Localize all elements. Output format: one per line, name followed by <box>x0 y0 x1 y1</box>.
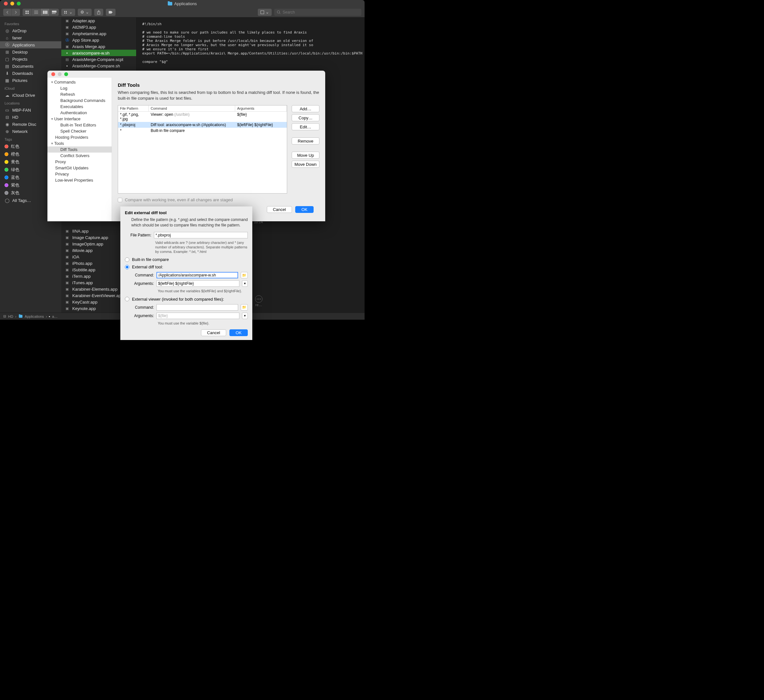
cancel-button[interactable]: Cancel <box>201 329 226 336</box>
sidebar-item-airdrop[interactable]: ◎AirDrop <box>0 27 61 34</box>
sidebar-item-applications[interactable]: ⒶApplications <box>0 41 61 49</box>
cancel-button[interactable]: Cancel <box>267 206 292 213</box>
maximize-button[interactable] <box>17 2 20 5</box>
search-box[interactable] <box>274 9 362 16</box>
viewer-args-input[interactable] <box>157 313 240 319</box>
browse-button[interactable]: 📁 <box>241 272 248 279</box>
path-file[interactable]: a… <box>52 315 58 318</box>
share-button[interactable] <box>94 9 103 16</box>
file-row[interactable]: ▪AraxisMerge-Compare.sh <box>61 63 136 69</box>
radio-button[interactable] <box>125 297 129 301</box>
file-row[interactable]: ▤AraxisMerge-Compare.scpt <box>61 56 136 63</box>
sidebar-item[interactable]: Built-in Text Editors <box>47 122 112 128</box>
radio-builtin[interactable]: Built-in file compare <box>125 257 248 262</box>
sidebar-item[interactable]: Background Commands <box>47 97 112 103</box>
table-row[interactable]: *Built-in file compare <box>118 128 287 133</box>
move-down-button[interactable]: Move Down <box>292 161 319 168</box>
sidebar-item[interactable]: Privacy <box>47 171 112 177</box>
sidebar-item[interactable]: Authentication <box>47 110 112 116</box>
file-row[interactable]: ⒶApp Store.app <box>61 37 136 43</box>
cell-args: ${file} <box>235 112 287 122</box>
favorites-header: Favorites <box>0 20 61 27</box>
edit-button[interactable]: Edit… <box>292 123 319 130</box>
arguments-input[interactable] <box>157 280 240 287</box>
viewer-hint: You must use the variable ${file}. <box>131 321 248 326</box>
sidebar-group[interactable]: Commands <box>47 79 112 85</box>
file-row[interactable]: ▣Amphetamine.app <box>61 30 136 37</box>
sidebar-item[interactable]: Executables <box>47 103 112 110</box>
radio-button[interactable] <box>125 257 129 262</box>
col-file-pattern[interactable]: File Pattern <box>118 105 149 111</box>
file-pattern-input[interactable] <box>154 232 248 238</box>
sidebar-item[interactable]: Refresh <box>47 91 112 97</box>
viewer-command-input[interactable] <box>157 304 238 311</box>
ok-button[interactable]: OK <box>295 206 314 213</box>
maximize-button[interactable] <box>64 72 68 76</box>
file-row[interactable]: ▣Araxis Merge.app <box>61 43 136 50</box>
sidebar-item[interactable]: Hosting Providers <box>47 134 112 140</box>
action-button[interactable]: ⚙⌄ <box>78 9 92 16</box>
back-button[interactable] <box>3 9 12 16</box>
tags-button[interactable] <box>106 9 116 16</box>
path-folder[interactable]: Applications <box>25 315 44 318</box>
compare-checkbox-row[interactable]: Compare with working tree, even if all c… <box>118 197 319 202</box>
tag-dot-icon <box>5 183 8 187</box>
dropdown-button[interactable]: ▼ <box>242 280 248 287</box>
remove-button[interactable]: Remove <box>292 138 319 144</box>
copy-button[interactable]: Copy… <box>292 114 319 121</box>
move-up-button[interactable]: Move Up <box>292 152 319 159</box>
minimize-button[interactable] <box>10 2 14 5</box>
column-view-button[interactable] <box>41 9 50 16</box>
col-arguments[interactable]: Arguments <box>235 105 287 111</box>
tag-dot-icon <box>5 144 8 149</box>
sidebar-item-desktop[interactable]: ⊞Desktop <box>0 49 61 55</box>
radio-button[interactable] <box>125 265 129 269</box>
dropdown-button[interactable]: ▼ <box>242 313 248 319</box>
add-button[interactable]: Add… <box>292 105 319 112</box>
sidebar-item[interactable]: Proxy <box>47 159 112 165</box>
arrange-button[interactable]: ⌄ <box>61 9 75 16</box>
browse-button[interactable]: 📁 <box>241 304 248 311</box>
dropbox-button[interactable]: ⌄ <box>258 9 272 16</box>
ok-button[interactable]: OK <box>229 329 248 336</box>
search-input[interactable] <box>283 10 359 14</box>
command-input[interactable] <box>157 272 238 279</box>
radio-external-diff[interactable]: External diff tool: <box>125 265 248 269</box>
svg-point-24 <box>258 299 259 300</box>
sidebar-item[interactable]: Diff Tools <box>47 146 112 153</box>
more-button[interactable]: re… <box>255 295 263 307</box>
path-disk[interactable]: HD <box>8 315 13 318</box>
file-row[interactable]: ▣Adapter.app <box>61 17 136 24</box>
sidebar-item-projects[interactable]: ▢Projects <box>0 55 61 63</box>
sidebar-item[interactable]: Spell Checker <box>47 128 112 134</box>
table-row[interactable]: *.pbxprojDiff tool: araxiscompare-w.sh (… <box>118 122 287 128</box>
forward-button[interactable] <box>12 9 20 16</box>
radio-label: Built-in file compare <box>132 257 169 262</box>
sidebar-label: MBP-FAN <box>12 108 31 113</box>
sidebar-item[interactable]: Log <box>47 85 112 91</box>
icon-view-button[interactable] <box>23 9 31 16</box>
table-row[interactable]: *.gif, *.png, *.jpgViewer: open (/usr/bi… <box>118 111 287 122</box>
sidebar-item[interactable]: Conflict Solvers <box>47 153 112 159</box>
sidebar-group-tools[interactable]: Tools <box>47 140 112 146</box>
apps-icon: Ⓐ <box>5 42 10 47</box>
sidebar-item-documents[interactable]: ▤Documents <box>0 63 61 70</box>
sidebar-group[interactable]: User Interface <box>47 116 112 122</box>
file-row[interactable]: ▣All2MP3.app <box>61 24 136 30</box>
sidebar-item[interactable]: Low-level Properties <box>47 177 112 183</box>
file-row[interactable]: ▪araxiscompare-w.sh <box>61 50 136 56</box>
list-view-button[interactable] <box>31 9 41 16</box>
folder-icon: 📁 <box>242 305 246 309</box>
col-command[interactable]: Command <box>149 105 235 111</box>
viewer-args-label: Arguments: <box>131 313 154 318</box>
gallery-view-button[interactable] <box>50 9 59 16</box>
file-name: iMovie.app <box>72 248 92 253</box>
sh-icon: ▪ <box>64 50 70 55</box>
window-controls <box>0 2 20 5</box>
close-button[interactable] <box>4 2 8 5</box>
sidebar-item-faner[interactable]: ⌂faner <box>0 34 61 41</box>
sidebar-item[interactable]: SmartGit Updates <box>47 165 112 171</box>
checkbox[interactable] <box>118 198 122 202</box>
close-button[interactable] <box>51 72 55 76</box>
radio-external-viewer[interactable]: External viewer (invoked for both compar… <box>125 297 248 302</box>
